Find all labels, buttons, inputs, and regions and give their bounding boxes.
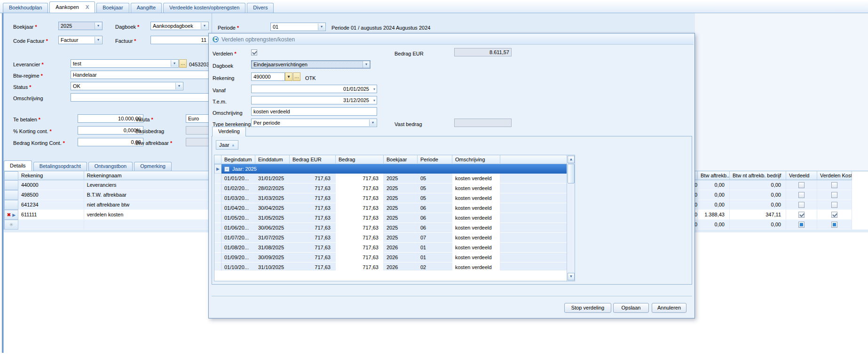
tab-boekjaar[interactable]: Boekjaar xyxy=(96,3,129,13)
korting-pct-input[interactable]: 0,000% xyxy=(78,126,143,135)
verdelen-kosten-checkbox[interactable] xyxy=(831,182,837,188)
table-row[interactable]: 0 0,00 0,00 xyxy=(694,190,868,200)
periode-select[interactable]: 01▾ xyxy=(270,23,326,31)
btw-regime-input[interactable]: Handelaar xyxy=(71,71,209,79)
col-btw-aftrekb[interactable]: Btw aftrekb... xyxy=(698,171,730,180)
dialog-omschrijving-input[interactable]: kosten verdeeld xyxy=(251,107,377,116)
row-header[interactable]: ✳ xyxy=(4,220,18,230)
verdeling-row[interactable]: 01/04/20... 30/04/2025 717,63 717,63 202… xyxy=(214,203,568,213)
type-berekening-select[interactable]: Per periode▾ xyxy=(251,119,377,127)
col-btw-nt-aftrekb[interactable]: Btw nt aftrekb. bedrijf xyxy=(730,171,786,180)
chevron-down-icon[interactable]: ▾ xyxy=(175,83,182,89)
col-bedrag[interactable]: Bedrag xyxy=(336,155,384,164)
verdeling-row[interactable]: 01/05/20... 31/05/2025 717,63 717,63 202… xyxy=(214,213,568,223)
chevron-down-icon[interactable]: ▾ xyxy=(171,60,178,67)
te-betalen-input[interactable]: 10.000,00 xyxy=(78,114,143,123)
factuur-input[interactable]: 11 xyxy=(150,36,209,44)
vanaf-input[interactable]: 01/01/2025▾ xyxy=(251,85,377,93)
row-header[interactable] xyxy=(4,200,18,210)
verdeeld-checkbox[interactable] xyxy=(798,212,805,218)
tab-boekhoudplan[interactable]: Boekhoudplan xyxy=(3,3,48,13)
col-omschrijving[interactable]: Omschrijving xyxy=(452,155,500,164)
stop-verdeling-button[interactable]: Stop verdeling xyxy=(564,303,611,313)
col-begindatum[interactable]: Begindatum xyxy=(221,155,255,164)
omschrijving-input[interactable] xyxy=(71,93,209,102)
chevron-down-icon[interactable]: ▾ xyxy=(363,61,370,68)
tab-verdeelde-kosten[interactable]: Verdeelde kosten/opbrengsten xyxy=(163,3,245,13)
dialog-rekening-input[interactable]: 490000 xyxy=(251,72,285,81)
tab-betalingsopdracht[interactable]: Betalingsopdracht xyxy=(33,162,87,171)
table-row[interactable]: 440000 Leveranciers xyxy=(4,180,209,190)
table-row-new[interactable]: ✳ xyxy=(4,220,209,230)
tab-details[interactable]: Details xyxy=(4,160,32,171)
verdelen-kosten-checkbox[interactable] xyxy=(831,222,837,228)
verdeeld-checkbox[interactable] xyxy=(798,192,805,198)
verdeeld-checkbox[interactable] xyxy=(798,202,805,208)
table-row[interactable]: 0 0,00 0,00 xyxy=(694,200,868,210)
col-boekjaar[interactable]: Boekjaar xyxy=(384,155,418,164)
close-tab-icon[interactable]: X xyxy=(86,2,89,13)
rekening-lookup-button[interactable]: … xyxy=(293,72,300,81)
tem-input[interactable]: 31/12/2025▾ xyxy=(251,96,377,104)
tab-ontvangstbon[interactable]: Ontvangstbon xyxy=(88,162,133,171)
opslaan-button[interactable]: Opslaan xyxy=(613,303,649,313)
tab-aangifte[interactable]: Aangifte xyxy=(131,3,162,13)
delete-row-icon[interactable]: ✖ xyxy=(7,212,11,217)
col-periode[interactable]: Periode xyxy=(418,155,452,164)
table-row[interactable]: 498500 B.T.W. aftrekbaar xyxy=(4,190,209,200)
chevron-down-icon[interactable]: ▾ xyxy=(201,23,208,29)
verdeling-row[interactable]: 01/02/20... 28/02/2025 717,63 717,63 202… xyxy=(214,183,568,193)
verdeling-row[interactable]: 01/06/20... 30/06/2025 717,63 717,63 202… xyxy=(214,223,568,233)
verdeeld-checkbox[interactable] xyxy=(798,182,805,188)
tab-aankopen[interactable]: Aankopen X xyxy=(49,1,95,13)
col-rekening[interactable]: Rekening xyxy=(18,171,84,180)
verdeeld-checkbox[interactable] xyxy=(798,222,805,228)
verdeling-row[interactable]: 01/01/20... 31/01/2025 717,63 717,63 202… xyxy=(214,174,568,183)
col-einddatum[interactable]: Einddatum xyxy=(255,155,290,164)
tab-verdeling[interactable]: Verdeling xyxy=(212,127,246,136)
dialog-dagboek-select[interactable]: Eindejaarsverrichtingen▾ xyxy=(251,60,371,69)
dialog-titlebar[interactable]: Verdelen opbrengsten/kosten xyxy=(210,34,694,45)
table-row[interactable]: 0 0,00 0,00 xyxy=(694,180,868,190)
verdeling-row[interactable]: 01/07/20... 31/07/2025 717,63 717,63 202… xyxy=(214,233,568,243)
rekening-dropdown-button[interactable]: ▾ xyxy=(285,72,292,81)
col-rekeningnaam[interactable]: Rekeningnaam xyxy=(84,171,209,180)
tab-opmerking[interactable]: Opmerking xyxy=(134,162,172,171)
chevron-down-icon[interactable]: ▾ xyxy=(369,119,376,126)
collapse-icon[interactable]: − xyxy=(224,167,229,172)
tab-divers[interactable]: Divers xyxy=(247,3,274,13)
status-select[interactable]: OK▾ xyxy=(71,82,183,90)
korting-bedrag-input[interactable]: 0,00 xyxy=(78,138,143,146)
row-header[interactable]: ✖ ▶ xyxy=(4,210,18,220)
table-row-current[interactable]: 0 1.388,43 347,11 xyxy=(694,210,868,220)
table-row-new[interactable]: 0 0,00 0,00 xyxy=(694,220,868,230)
chevron-down-icon[interactable]: ▾ xyxy=(95,37,102,43)
vertical-scrollbar[interactable]: ▲ ▼ xyxy=(567,155,575,281)
chevron-down-icon[interactable]: ▾ xyxy=(373,88,375,91)
verdeling-row[interactable]: 01/08/20... 31/08/2025 717,63 717,63 202… xyxy=(214,243,568,253)
group-row-jaar-2025[interactable]: ▶ − Jaar: 2025 xyxy=(214,164,568,174)
col-verdeeld[interactable]: Verdeeld xyxy=(786,171,817,180)
verdeling-row[interactable]: 01/09/20... 30/09/2025 717,63 717,63 202… xyxy=(214,253,568,263)
code-factuur-select[interactable]: Factuur▾ xyxy=(58,36,103,44)
scroll-down-icon[interactable]: ▼ xyxy=(568,273,575,280)
chevron-down-icon[interactable]: ▾ xyxy=(318,24,325,30)
verdeling-row[interactable]: 01/10/20... 31/10/2025 717,63 717,63 202… xyxy=(214,263,568,270)
valuta-input[interactable]: Euro xyxy=(186,114,209,123)
boekjaar-select[interactable]: 2025▾ xyxy=(58,22,103,30)
verdelen-kosten-checkbox[interactable] xyxy=(831,212,837,218)
leverancier-lookup-button[interactable]: … xyxy=(179,59,187,68)
scroll-up-icon[interactable]: ▲ xyxy=(568,156,575,163)
verdelen-kosten-checkbox[interactable] xyxy=(831,192,837,198)
chevron-down-icon[interactable]: ▾ xyxy=(95,23,102,29)
col-verdelen-kosten[interactable]: Verdelen Kosten xyxy=(817,171,852,180)
row-header[interactable] xyxy=(4,180,18,190)
leverancier-select[interactable]: test▾ xyxy=(71,59,179,68)
dagboek-select[interactable]: Aankoopdagboek▾ xyxy=(150,22,209,30)
verdelen-kosten-checkbox[interactable] xyxy=(831,202,837,208)
table-row[interactable]: 641234 niet aftrekbare btw xyxy=(4,200,209,210)
verdeling-row[interactable]: 01/03/20... 31/03/2025 717,63 717,63 202… xyxy=(214,193,568,203)
annuleren-button[interactable]: Annuleren xyxy=(652,303,687,313)
chevron-down-icon[interactable]: ▾ xyxy=(373,99,375,103)
group-by-jaar[interactable]: Jaar ▲ xyxy=(216,140,238,150)
